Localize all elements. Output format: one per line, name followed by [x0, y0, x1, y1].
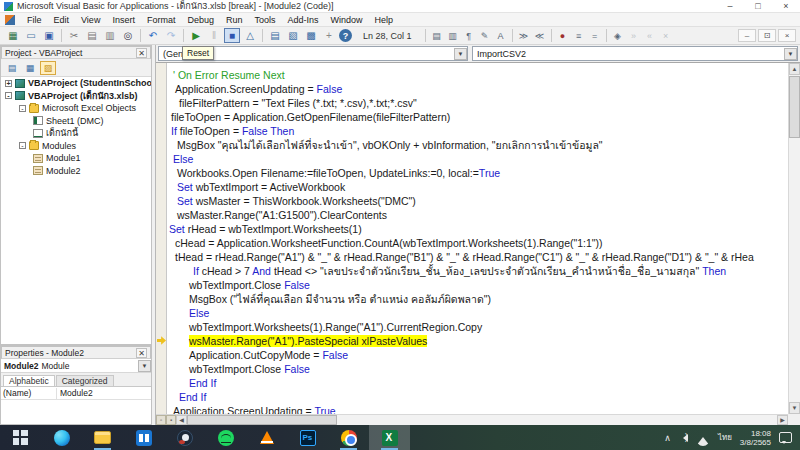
menu-insert[interactable]: Insert	[106, 14, 141, 26]
break-button[interactable]: ‖	[206, 28, 222, 43]
code-line[interactable]: tHead = rHead.Range("A1") & "_" & rHead.…	[169, 250, 787, 264]
code-line[interactable]: fileFilterPattern = "Text Files (*.txt; …	[169, 96, 787, 110]
scroll-right-icon[interactable]: ▶	[777, 415, 788, 425]
procedure-dropdown-arrow-icon[interactable]: ▼	[784, 48, 797, 60]
code-line[interactable]: MsgBox "คุณไม่ได้เลือกไฟล์ที่จะนำเข้า", …	[169, 138, 787, 152]
code-line[interactable]: wbTextImport.Close False	[169, 362, 787, 376]
object-dropdown-arrow-icon[interactable]: ▼	[454, 48, 467, 60]
menu-window[interactable]: Window	[325, 14, 369, 26]
code-window-close-button[interactable]: ×	[778, 29, 796, 42]
language-indicator[interactable]: ไทย	[718, 431, 732, 444]
paste-button[interactable]: ▥	[102, 28, 118, 43]
toggle-bookmark-button[interactable]: ◈	[611, 29, 625, 42]
tree-expander-icon[interactable]: -	[19, 142, 26, 149]
toggle-breakpoint-button[interactable]: ●	[556, 29, 570, 42]
tree-expander-icon[interactable]: +	[5, 80, 12, 87]
code-line[interactable]: Application.ScreenUpdating = True	[169, 404, 787, 414]
toggle-folders-button[interactable]: ▨	[40, 61, 56, 75]
help-button[interactable]: ?	[339, 29, 352, 42]
menu-addins[interactable]: Add-Ins	[281, 14, 324, 26]
microsoft-store-taskbar-button[interactable]	[123, 425, 164, 450]
vertical-scrollbar[interactable]: ▲ ▼	[788, 63, 800, 414]
find-button[interactable]: ◎	[120, 28, 136, 43]
toolbox-button[interactable]: +	[321, 28, 337, 43]
code-window-minimize-button[interactable]: –	[738, 29, 756, 42]
excel-taskbar-button[interactable]	[369, 425, 410, 450]
tab-categorized[interactable]: Categorized	[56, 375, 114, 386]
code-line[interactable]: wsMaster.Range("A1:G1500").ClearContents	[169, 208, 787, 222]
menu-edit[interactable]: Edit	[48, 14, 76, 26]
tab-alphabetic[interactable]: Alphabetic	[3, 375, 55, 386]
undo-button[interactable]: ↶	[145, 28, 161, 43]
hidden-icons-chevron-icon[interactable]: ∧	[664, 433, 671, 443]
volume-icon[interactable]	[679, 434, 688, 442]
clear-bookmarks-button[interactable]: ×	[659, 29, 673, 42]
properties-panel-close-icon[interactable]: ✕	[136, 348, 147, 358]
view-microsoft-excel-button[interactable]: ▦	[5, 28, 21, 43]
previous-bookmark-button[interactable]: «	[643, 29, 657, 42]
code-line[interactable]: Workbooks.Open Filename:=fileToOpen, Upd…	[169, 166, 787, 180]
view-code-button[interactable]: ▤	[4, 61, 20, 75]
uncomment-block-button[interactable]: =	[588, 29, 602, 42]
network-icon[interactable]	[696, 430, 710, 446]
code-line[interactable]: wbTextImport.Worksheets(1).Range("A1").C…	[169, 320, 787, 334]
vertical-scroll-thumb[interactable]	[789, 76, 800, 138]
code-editor[interactable]: ' On Error Resume NextApplication.Screen…	[156, 62, 800, 414]
parameter-info-button[interactable]: ✎	[478, 29, 492, 42]
tree-expander-icon[interactable]: -	[5, 92, 12, 99]
menu-file[interactable]: File	[21, 14, 48, 26]
scroll-down-icon[interactable]: ▼	[789, 402, 800, 414]
code-line[interactable]: MsgBox ("ไฟล์ที่คุณเลือก มีจำนวน หรือ ตำ…	[169, 292, 787, 306]
project-explorer-button[interactable]: ▤	[267, 28, 283, 43]
insert-userform-button[interactable]: ▭	[23, 28, 39, 43]
complete-word-button[interactable]: A	[494, 29, 508, 42]
code-line[interactable]: Set wbTextImport = ActiveWorkbook	[169, 180, 787, 194]
round-app-taskbar-button[interactable]	[164, 425, 205, 450]
procedure-dropdown[interactable]: ImportCSV2 ▼	[472, 46, 798, 61]
edge-taskbar-button[interactable]	[41, 425, 82, 450]
code-line[interactable]: End If	[169, 390, 787, 404]
window-close-button[interactable]: ×	[772, 1, 800, 11]
menu-tools[interactable]: Tools	[248, 14, 281, 26]
code-line[interactable]: fileToOpen = Application.GetOpenFilename…	[169, 110, 787, 124]
code-line[interactable]: Set rHead = wbTextImport.Worksheets(1)	[169, 222, 787, 236]
copy-button[interactable]: ▤	[84, 28, 100, 43]
design-mode-button[interactable]: △	[242, 28, 258, 43]
comment-block-button[interactable]: ≡	[572, 29, 586, 42]
outdent-button[interactable]: ≪	[533, 29, 547, 42]
code-lines[interactable]: ' On Error Resume NextApplication.Screen…	[169, 68, 787, 414]
next-bookmark-button[interactable]: »	[627, 29, 641, 42]
menu-help[interactable]: Help	[369, 14, 400, 26]
selector-dropdown-arrow-icon[interactable]: ▼	[138, 360, 151, 372]
code-line[interactable]: Else	[169, 306, 787, 320]
indent-button[interactable]: ≫	[517, 29, 531, 42]
tree-item[interactable]: +VBAProject (StudentInSchoolLis	[1, 77, 151, 90]
photoshop-taskbar-button[interactable]	[287, 425, 328, 450]
code-margin[interactable]	[156, 63, 167, 414]
chrome-taskbar-button[interactable]	[328, 425, 369, 450]
tree-item[interactable]: -Microsoft Excel Objects	[1, 102, 151, 115]
tree-item[interactable]: -Modules	[1, 140, 151, 153]
tree-item[interactable]: Module2	[1, 165, 151, 178]
window-minimize-button[interactable]: –	[716, 1, 744, 11]
project-panel-close-icon[interactable]: ✕	[136, 48, 147, 58]
save-button[interactable]: ▣	[41, 28, 57, 43]
window-maximize-button[interactable]: □	[744, 1, 772, 11]
code-line[interactable]: ' On Error Resume Next	[169, 68, 787, 82]
file-explorer-taskbar-button[interactable]	[82, 425, 123, 450]
clock[interactable]: 18:08 3/8/2565	[740, 429, 771, 447]
vlc-taskbar-button[interactable]	[246, 425, 287, 450]
property-row[interactable]: (Name) Module2	[1, 388, 151, 400]
quick-info-button[interactable]: ¶	[462, 29, 476, 42]
menu-debug[interactable]: Debug	[181, 14, 220, 26]
tree-item[interactable]: Module1	[1, 152, 151, 165]
properties-window-button[interactable]: ▧	[285, 28, 301, 43]
procedure-view-button[interactable]: ▫	[156, 415, 166, 425]
redo-button[interactable]: ↷	[163, 28, 179, 43]
spotify-taskbar-button[interactable]	[205, 425, 246, 450]
code-line[interactable]: Application.CutCopyMode = False	[169, 348, 787, 362]
code-line[interactable]: Application.ScreenUpdating = False	[169, 82, 787, 96]
view-object-button[interactable]: ▦	[22, 61, 38, 75]
menu-format[interactable]: Format	[141, 14, 182, 26]
tree-item[interactable]: เด็กนักนี้	[1, 127, 151, 140]
